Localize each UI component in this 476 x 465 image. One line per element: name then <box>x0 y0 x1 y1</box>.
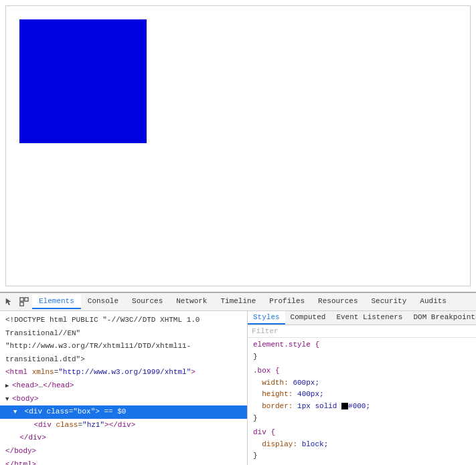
tab-elements[interactable]: Elements <box>32 294 81 309</box>
styles-tab-styles[interactable]: Styles <box>248 311 285 324</box>
svg-rect-1 <box>25 298 28 301</box>
dom-line-body[interactable]: <body> <box>0 393 247 406</box>
devtools-content: <!DOCTYPE html PUBLIC "-//W3C//DTD XHTML… <box>0 311 476 465</box>
tab-audits[interactable]: Audits <box>413 294 453 309</box>
dom-line-doctype: <!DOCTYPE html PUBLIC "-//W3C//DTD XHTML… <box>0 314 247 327</box>
dom-line-html: <html xmlns="http://www.w3.org/1999/xhtm… <box>0 366 247 379</box>
styles-panel[interactable]: Styles Computed Event Listeners DOM Brea… <box>248 311 476 465</box>
filter-label: Filter <box>252 327 279 335</box>
dom-line-div-hz1: <div class="hz1"></div> <box>0 419 247 432</box>
devtools-tabs: Elements Console Sources Network Timelin… <box>32 294 453 309</box>
dom-line-doctype4: transitional.dtd"> <box>0 353 247 367</box>
css-rule-element-style: element.style { } <box>248 338 476 364</box>
tab-network[interactable]: Network <box>169 294 214 309</box>
dom-line-close-div: </div> <box>0 432 247 445</box>
tab-security[interactable]: Security <box>365 294 414 309</box>
styles-tabs: Styles Computed Event Listeners DOM Brea… <box>248 311 476 325</box>
dom-panel[interactable]: <!DOCTYPE html PUBLIC "-//W3C//DTD XHTML… <box>0 311 248 465</box>
styles-tab-dom-breakpoints[interactable]: DOM Breakpoints <box>408 311 476 324</box>
devtools-toolbar: Elements Console Sources Network Timelin… <box>0 293 476 311</box>
dom-line-doctype3: "http://www.w3.org/TR/xhtml11/DTD/xhtml1… <box>0 340 247 353</box>
color-swatch-black[interactable] <box>341 403 348 409</box>
tab-console[interactable]: Console <box>81 294 125 309</box>
svg-rect-0 <box>20 298 23 301</box>
tab-timeline[interactable]: Timeline <box>214 294 262 309</box>
tab-resources[interactable]: Resources <box>311 294 364 309</box>
styles-tab-event-listeners[interactable]: Event Listeners <box>331 311 408 324</box>
cursor-icon[interactable] <box>3 295 16 308</box>
devtools-panel: Elements Console Sources Network Timelin… <box>0 292 476 465</box>
browser-viewport <box>5 5 471 286</box>
dom-line-close-body: </body> <box>0 445 247 458</box>
svg-rect-2 <box>20 302 23 306</box>
inspector-icon[interactable] <box>17 295 31 308</box>
tab-profiles[interactable]: Profiles <box>262 294 311 309</box>
blue-box <box>19 19 147 143</box>
dom-line-div-box[interactable]: <div class="box"> == $0 <box>0 405 247 419</box>
tab-sources[interactable]: Sources <box>125 294 169 309</box>
dom-line-head[interactable]: <head>…</head> <box>0 379 247 393</box>
css-rule-box: .box { width: 600px; height: 400px; bord… <box>248 364 476 426</box>
styles-tab-computed[interactable]: Computed <box>285 311 331 324</box>
dom-line-doctype2: Transitional//EN" <box>0 327 247 341</box>
filter-bar[interactable]: Filter <box>248 325 476 338</box>
css-rule-div: div { display: block; } <box>248 426 476 464</box>
dom-line-close-html: </html> <box>0 458 247 465</box>
